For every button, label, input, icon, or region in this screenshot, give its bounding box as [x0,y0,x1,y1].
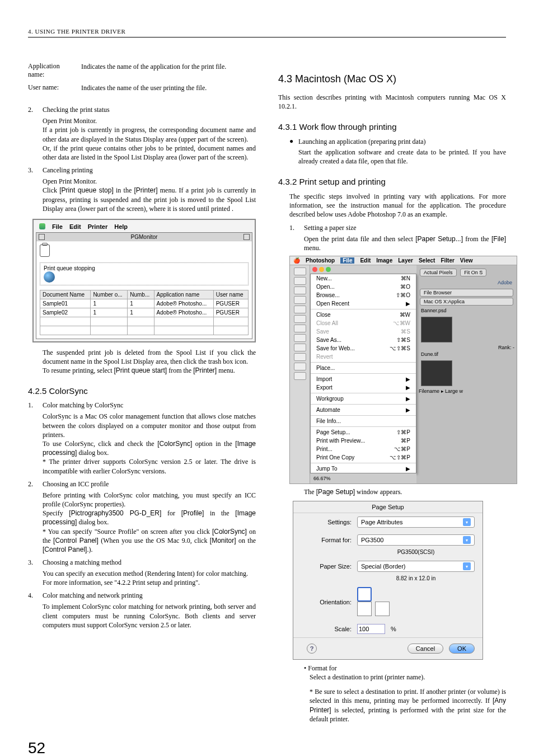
apple-icon: 🍎 [293,257,300,264]
tool-icon[interactable] [294,325,306,332]
tool-icon[interactable] [294,353,306,361]
scale-label: Scale: [301,626,352,632]
menu-filter[interactable]: Filter [441,257,454,264]
section-4-2-5: 4.2.5 ColorSync [28,386,256,396]
rank-label: Rank: - [419,345,514,350]
tool-icon[interactable] [294,277,306,285]
thumbnail[interactable] [421,360,452,386]
spool-table: Document Name Number o... Numb... Applic… [40,290,249,335]
actual-pixels-button[interactable]: Actual Pixels [420,269,457,276]
format-subtitle: PG3500(SCSI) [293,549,483,557]
menu-item[interactable]: Import▶ [311,375,416,383]
menu-item[interactable]: Open...⌘O [311,283,416,291]
thumbnail[interactable] [421,317,452,342]
menu-item[interactable]: Workgroup▶ [311,395,416,403]
table-row[interactable]: Sample0211Adobe® Photosho...PGUSER [40,308,249,317]
menu-item[interactable]: Close⌘W [311,311,416,319]
chevron-down-icon: ▾ [463,518,471,526]
menu-item[interactable]: Printer [88,223,107,230]
format-label: Format for: [301,537,352,543]
tool-icon[interactable] [294,267,306,275]
menu-item[interactable]: Export▶ [311,383,416,392]
menu-item[interactable]: Close All⌥⌘W [311,319,416,327]
close-box-icon[interactable] [39,234,45,240]
menu-edit[interactable]: Edit [360,257,371,264]
menu-item[interactable]: Jump To▶ [311,464,416,473]
trash-icon[interactable] [40,245,50,257]
left-column: Application name: Indicates the name of … [28,60,256,724]
file-browser-tab[interactable]: File Browser [420,289,513,297]
file-label: Banner.psd [419,307,514,314]
paper-label: Paper Size: [301,563,352,570]
table-row[interactable]: Sample0111Adobe® Photosho...PGUSER [40,299,249,308]
menu-layer[interactable]: Layer [398,257,413,264]
help-button[interactable]: ? [307,644,317,654]
note-text: Select a destination to print (printer n… [310,673,506,682]
section-4-3: 4.3 Macintosh (Mac OS X) [278,73,506,85]
settings-select[interactable]: Page Attributes▾ [357,516,475,528]
note-title: Format for [308,664,337,672]
menu-item[interactable]: Print...⌥⌘P [311,445,416,453]
tool-icon[interactable] [294,287,306,294]
tool-icon[interactable] [294,296,306,304]
item-number: 2. [28,106,43,114]
apple-icon [39,223,45,229]
cancel-button[interactable]: Cancel [407,644,443,654]
tool-icon[interactable] [294,334,306,342]
menu-item[interactable]: Place... [311,364,416,372]
menu-item[interactable]: Save for Web...⌥⇧⌘S [311,344,416,353]
menu-item[interactable]: Revert [311,353,416,361]
col-app: Application name [154,290,213,299]
zoom-icon[interactable] [326,267,331,272]
menu-item[interactable]: Open Recent▶ [311,299,416,308]
menu-item[interactable]: Print with Preview...⌘P [311,436,416,445]
tool-icon[interactable] [294,344,306,351]
dialog-title: Page Setup [293,501,483,513]
zoom-box-icon[interactable] [243,234,250,240]
col-user: User name [213,290,248,299]
menu-select[interactable]: Select [419,257,435,264]
menu-item[interactable]: New...⌘N [311,274,416,283]
header-rule [28,37,506,37]
filename-label: Filename [419,388,439,394]
def-desc: Indicates the name of the user printing … [81,81,231,95]
paper-subtitle: 8.82 in x 12.0 in [293,575,483,584]
orientation-portrait-icon[interactable] [357,587,372,602]
section-4-3-2: 4.3.2 Print setup and printing [278,177,506,186]
menu-item[interactable]: Edit [69,223,81,230]
menu-view[interactable]: View [460,257,473,264]
definition-table: Application name: Indicates the name of … [28,60,231,95]
format-select[interactable]: PG3500▾ [357,534,475,546]
menu-item[interactable]: Print One Copy⌥⇧⌘P [311,453,416,462]
paper-select[interactable]: Special (Border)▾ [357,561,475,572]
item-title: Checking the print status [43,106,256,114]
intro: This section describes printing with Mac… [278,93,506,111]
close-icon[interactable] [312,267,317,272]
tool-icon[interactable] [294,306,306,313]
menu-item[interactable]: Page Setup...⇧⌘P [311,428,416,436]
menu-item[interactable]: Save⌘S [311,327,416,336]
menu-photoshop[interactable]: Photoshop [306,257,335,264]
menu-item[interactable]: File [52,223,63,230]
orientation-landscape-icon[interactable] [357,602,372,616]
page-setup-dialog: Page Setup Settings: Page Attributes▾ Fo… [293,501,483,660]
tool-icon[interactable] [294,372,306,380]
menu-item[interactable]: Browse...⇧⌘O [311,291,416,299]
menu-item[interactable]: Save As...⇧⌘S [311,336,416,344]
item-text: Click [Print queue stop] in the [Printer… [43,186,256,213]
photoshop-menubar: 🍎 Photoshop File Edit Image Layer Select… [290,256,517,265]
chapter-header: 4. USING THE PRINTER DRIVER [28,28,506,35]
menu-image[interactable]: Image [376,257,392,264]
ok-button[interactable]: OK [449,644,475,654]
orientation-landscape-rev-icon[interactable] [375,602,390,616]
menu-item[interactable]: File Info... [311,417,416,425]
tool-icon[interactable] [294,363,306,370]
menu-item[interactable]: Help [114,223,128,230]
tool-icon[interactable] [294,315,306,323]
minimize-icon[interactable] [319,267,324,272]
menu-file[interactable]: File [340,257,354,264]
fit-on-screen-button[interactable]: Fit On S [460,269,486,276]
scale-input[interactable] [357,624,385,634]
menubar: File Edit Printer Help [36,222,252,231]
menu-item[interactable]: Automate▶ [311,406,416,414]
